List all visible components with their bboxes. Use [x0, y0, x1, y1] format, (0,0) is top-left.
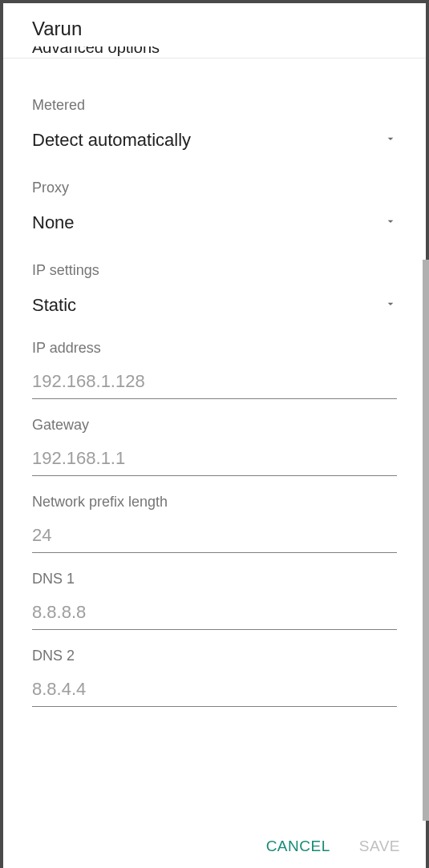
- ip-settings-label: IP settings: [32, 262, 397, 279]
- scrollbar-thumb[interactable]: [423, 260, 429, 821]
- prefix-length-label: Network prefix length: [32, 494, 397, 511]
- cancel-button[interactable]: CANCEL: [263, 834, 334, 858]
- ip-address-label: IP address: [32, 340, 397, 357]
- dialog-button-bar: CANCEL SAVE: [3, 823, 426, 868]
- caret-down-icon: [384, 297, 397, 313]
- advanced-options-row[interactable]: Advanced options: [3, 46, 426, 58]
- prefix-length-input[interactable]: [32, 520, 397, 553]
- metered-dropdown[interactable]: Detect automatically: [32, 123, 397, 157]
- dns2-label: DNS 2: [32, 648, 397, 664]
- proxy-label: Proxy: [32, 180, 397, 196]
- gateway-input[interactable]: [32, 443, 397, 476]
- dns1-input[interactable]: [32, 597, 397, 630]
- proxy-dropdown[interactable]: None: [32, 206, 397, 240]
- ip-address-input[interactable]: [32, 366, 397, 399]
- wifi-network-dialog: Varun Advanced options Metered Detect au…: [3, 3, 426, 868]
- caret-down-icon: [384, 215, 397, 231]
- dns1-label: DNS 1: [32, 571, 397, 587]
- dialog-title: Varun: [3, 3, 426, 46]
- scroll-area: Metered Detect automatically Proxy None …: [3, 59, 426, 823]
- ip-settings-value: Static: [32, 295, 76, 316]
- advanced-options-label: Advanced options: [32, 46, 160, 57]
- save-button: SAVE: [356, 834, 403, 858]
- ip-settings-dropdown[interactable]: Static: [32, 289, 397, 322]
- proxy-value: None: [32, 212, 75, 233]
- dns2-input[interactable]: [32, 674, 397, 707]
- caret-down-icon: [384, 132, 397, 148]
- gateway-label: Gateway: [32, 417, 397, 434]
- metered-value: Detect automatically: [32, 130, 191, 151]
- metered-label: Metered: [32, 97, 397, 114]
